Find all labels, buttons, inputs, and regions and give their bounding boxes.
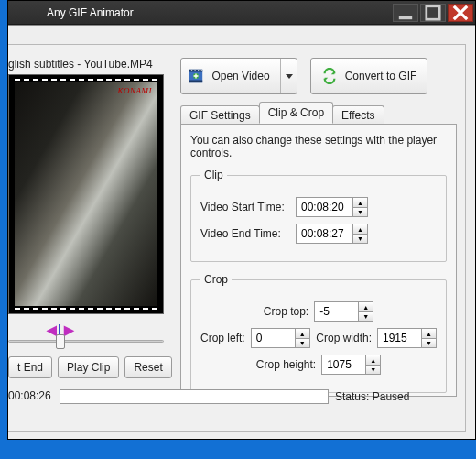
open-video-label: Open Video bbox=[211, 70, 269, 82]
close-button[interactable] bbox=[448, 4, 473, 22]
seek-thumb[interactable] bbox=[56, 334, 65, 349]
main-panel: glish subtitles - YouTube.MP4 KONAMI ◀ |… bbox=[8, 44, 466, 432]
video-start-up[interactable]: ▲ bbox=[352, 197, 368, 207]
crop-width-down[interactable]: ▼ bbox=[421, 338, 437, 348]
crop-left-input[interactable] bbox=[251, 328, 295, 348]
svg-point-6 bbox=[195, 70, 197, 71]
app-window: Any GIF Animator glish subtitles - YouTu… bbox=[7, 0, 476, 440]
crop-top-down[interactable]: ▼ bbox=[358, 311, 373, 322]
open-video-dropdown[interactable] bbox=[280, 59, 297, 93]
svg-point-5 bbox=[191, 70, 193, 71]
minimize-button[interactable] bbox=[393, 4, 418, 22]
set-end-button[interactable]: t End bbox=[8, 356, 52, 378]
seek-track[interactable] bbox=[8, 340, 164, 343]
crop-left-spinner: ▲▼ bbox=[251, 328, 310, 348]
svg-rect-1 bbox=[427, 5, 439, 18]
crop-top-up[interactable]: ▲ bbox=[358, 301, 373, 311]
current-time-label: 00:08:26 bbox=[8, 389, 51, 402]
tab-effects[interactable]: Effects bbox=[332, 105, 384, 125]
titlebar[interactable]: Any GIF Animator bbox=[8, 1, 475, 25]
open-video-button[interactable]: Open Video bbox=[180, 58, 298, 94]
convert-to-gif-button[interactable]: Convert to GIF bbox=[310, 58, 427, 94]
crop-width-input[interactable] bbox=[377, 328, 421, 348]
file-name-label: glish subtitles - YouTube.MP4 bbox=[8, 58, 153, 71]
crop-width-label: Crop width: bbox=[316, 332, 372, 344]
crop-legend: Crop bbox=[200, 273, 232, 286]
settings-tabs: GIF Settings Clip & Crop Effects You can… bbox=[180, 104, 457, 397]
convert-icon bbox=[321, 68, 338, 84]
window-title: Any GIF Animator bbox=[47, 6, 134, 19]
crop-left-label: Crop left: bbox=[200, 332, 245, 344]
crop-height-up[interactable]: ▲ bbox=[365, 355, 381, 365]
crop-group: Crop Crop top: ▲▼ Crop left: bbox=[190, 273, 447, 393]
tab-body-clip-crop: You can also change these settings with … bbox=[180, 124, 457, 397]
video-end-down[interactable]: ▼ bbox=[352, 234, 368, 244]
crop-height-label: Crop height: bbox=[256, 358, 316, 371]
tab-description: You can also change these settings with … bbox=[190, 134, 447, 159]
crop-top-spinner: ▲▼ bbox=[314, 301, 373, 322]
crop-height-down[interactable]: ▼ bbox=[365, 365, 381, 375]
video-end-spinner: ▲ ▼ bbox=[296, 224, 368, 244]
svg-point-8 bbox=[201, 70, 203, 71]
tab-gif-settings[interactable]: GIF Settings bbox=[180, 105, 260, 125]
video-preview[interactable]: KONAMI bbox=[8, 74, 164, 314]
crop-height-spinner: ▲▼ bbox=[321, 355, 381, 375]
clip-group: Clip Video Start Time: ▲ ▼ bbox=[190, 169, 447, 262]
video-start-label: Video Start Time: bbox=[200, 201, 296, 213]
crop-top-input[interactable] bbox=[314, 301, 358, 322]
action-buttons: Open Video Convert to GIF bbox=[180, 58, 427, 94]
svg-rect-0 bbox=[399, 16, 412, 19]
clip-legend: Clip bbox=[200, 169, 227, 181]
video-start-spinner: ▲ ▼ bbox=[296, 197, 368, 217]
film-icon bbox=[188, 68, 204, 84]
video-start-down[interactable]: ▼ bbox=[352, 207, 368, 217]
video-start-input[interactable] bbox=[296, 197, 352, 217]
crop-top-label: Crop top: bbox=[264, 305, 308, 318]
crop-height-input[interactable] bbox=[321, 355, 365, 375]
crop-left-up[interactable]: ▲ bbox=[295, 328, 310, 338]
chevron-down-icon bbox=[286, 74, 293, 79]
video-end-input[interactable] bbox=[296, 224, 352, 244]
video-frame: KONAMI bbox=[15, 82, 157, 306]
svg-point-7 bbox=[198, 70, 200, 71]
seek-bar[interactable]: ◀ | ▶ bbox=[8, 322, 164, 353]
status-label: Status: Paused bbox=[335, 390, 409, 403]
video-end-label: Video End Time: bbox=[200, 227, 296, 240]
video-end-up[interactable]: ▲ bbox=[352, 224, 368, 234]
body-area: glish subtitles - YouTube.MP4 KONAMI ◀ |… bbox=[8, 25, 475, 439]
crop-width-up[interactable]: ▲ bbox=[421, 328, 437, 338]
transport-buttons: t End Play Clip Reset bbox=[8, 356, 172, 378]
watermark-text: KONAMI bbox=[118, 86, 153, 95]
clip-end-marker-icon[interactable]: ▶ bbox=[64, 323, 74, 336]
play-clip-button[interactable]: Play Clip bbox=[58, 356, 119, 378]
crop-left-down[interactable]: ▼ bbox=[295, 338, 310, 348]
convert-label: Convert to GIF bbox=[345, 70, 417, 82]
progress-bar bbox=[60, 389, 329, 404]
tab-bar: GIF Settings Clip & Crop Effects bbox=[180, 104, 457, 124]
svg-rect-4 bbox=[189, 81, 202, 83]
crop-width-spinner: ▲▼ bbox=[377, 328, 437, 348]
tab-clip-and-crop[interactable]: Clip & Crop bbox=[259, 102, 333, 124]
maximize-button[interactable] bbox=[420, 4, 446, 22]
reset-button[interactable]: Reset bbox=[124, 356, 171, 378]
